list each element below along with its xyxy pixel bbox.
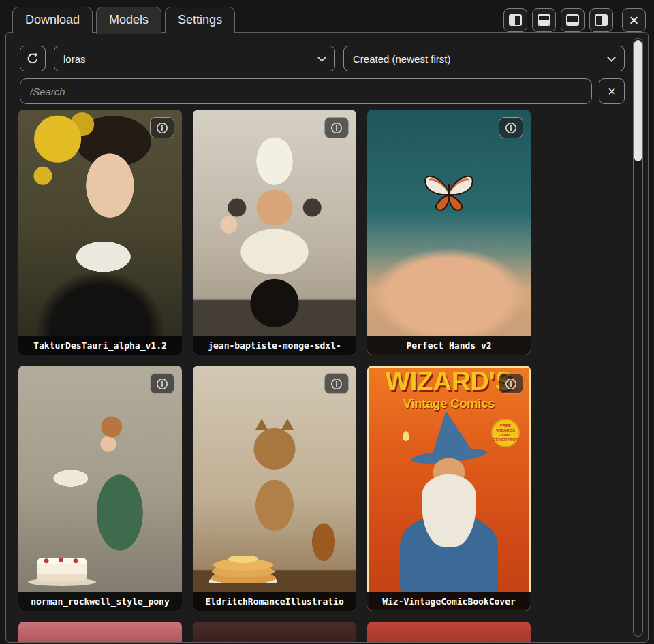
refresh-icon xyxy=(26,52,40,65)
tab-models[interactable]: Models xyxy=(96,7,161,34)
info-button[interactable] xyxy=(150,373,174,394)
model-card-partial[interactable] xyxy=(367,622,531,642)
split-right-icon xyxy=(595,14,608,26)
model-thumbnail xyxy=(18,110,182,355)
layout-split-bottom-button[interactable] xyxy=(532,8,556,32)
tab-bar: Download Models Settings xyxy=(12,6,235,33)
window-controls: × xyxy=(503,8,646,32)
layout-split-left-button[interactable] xyxy=(503,8,527,32)
model-card-partial[interactable] xyxy=(193,622,356,642)
scrollbar-track[interactable] xyxy=(633,38,643,637)
info-icon xyxy=(505,378,517,390)
cat-ear-art xyxy=(281,419,294,430)
info-icon xyxy=(156,122,168,134)
model-thumbnail xyxy=(18,366,182,611)
info-icon xyxy=(156,378,168,390)
clear-search-button[interactable]: × xyxy=(599,78,625,104)
close-icon: × xyxy=(629,12,638,29)
layout-split-right-button[interactable] xyxy=(589,8,613,32)
info-button[interactable] xyxy=(150,117,174,138)
cake-art xyxy=(37,558,87,581)
model-thumbnail xyxy=(193,622,356,642)
model-type-select[interactable]: loras xyxy=(54,46,335,71)
split-left-icon xyxy=(509,14,522,26)
info-icon xyxy=(330,122,343,134)
model-title: Perfect Hands v2 xyxy=(367,336,531,355)
model-title: TakturDesTauri_alpha_v1.2 xyxy=(18,336,182,355)
split-bottom-icon xyxy=(538,14,550,26)
info-icon xyxy=(330,378,343,390)
info-button[interactable] xyxy=(499,373,523,394)
search-row: × xyxy=(20,78,625,104)
model-title: jean-baptiste-monge-sdxl- xyxy=(193,336,356,355)
model-browser-window: Download Models Settings × xyxy=(0,0,654,644)
layout-bottom-bar-button[interactable] xyxy=(561,8,585,32)
clear-icon: × xyxy=(608,84,616,98)
close-button[interactable]: × xyxy=(622,8,646,32)
model-grid: TakturDesTauri_alpha_v1.2 jean-baptiste-… xyxy=(18,110,531,642)
model-thumbnail xyxy=(367,110,531,355)
info-icon xyxy=(505,122,517,134)
model-card[interactable]: Perfect Hands v2 xyxy=(367,110,531,355)
model-thumbnail xyxy=(193,366,356,611)
match-flame-art xyxy=(403,431,409,441)
model-thumbnail xyxy=(193,110,356,355)
wizard-beard-art xyxy=(422,474,476,547)
comic-cover-subtitle: Vintage Comics xyxy=(367,397,531,411)
toolbar: loras Created (newest first) xyxy=(20,46,625,71)
model-card[interactable]: jean-baptiste-monge-sdxl- xyxy=(193,110,356,355)
cat-ear-art xyxy=(255,419,268,430)
comic-cover-badge: FREE WIZARDS COMIC GENERATOR xyxy=(491,419,520,447)
model-title: Wiz-VintageComicBookCover xyxy=(367,592,531,611)
model-type-select-wrap: loras xyxy=(54,46,335,71)
model-thumbnail xyxy=(18,622,182,642)
model-card[interactable]: WIZARD'S Vintage Comics FREE WIZARDS COM… xyxy=(367,366,531,611)
refresh-button[interactable] xyxy=(20,46,46,71)
info-button[interactable] xyxy=(499,117,523,138)
model-card[interactable]: EldritchRomanceIllustratio xyxy=(193,366,356,611)
models-panel: loras Created (newest first) × xyxy=(5,32,649,643)
model-card[interactable]: norman_rockwell_style_pony xyxy=(18,366,182,611)
model-card-partial[interactable] xyxy=(18,622,182,642)
model-thumbnail xyxy=(367,622,531,642)
bottom-bar-icon xyxy=(566,14,579,26)
tab-settings[interactable]: Settings xyxy=(165,7,235,33)
model-title: norman_rockwell_style_pony xyxy=(18,592,182,611)
model-title: EldritchRomanceIllustratio xyxy=(193,592,356,611)
butterfly-art xyxy=(418,170,480,216)
search-input[interactable] xyxy=(20,78,592,104)
sort-select-wrap: Created (newest first) xyxy=(343,46,625,71)
info-button[interactable] xyxy=(324,117,349,138)
pancakes-art xyxy=(209,556,277,583)
model-card[interactable]: TakturDesTauri_alpha_v1.2 xyxy=(18,110,182,355)
tab-download[interactable]: Download xyxy=(12,7,93,33)
info-button[interactable] xyxy=(324,373,349,394)
scrollbar-thumb[interactable] xyxy=(634,40,642,161)
sort-select[interactable]: Created (newest first) xyxy=(343,46,625,71)
model-thumbnail: WIZARD'S Vintage Comics FREE WIZARDS COM… xyxy=(367,366,531,611)
